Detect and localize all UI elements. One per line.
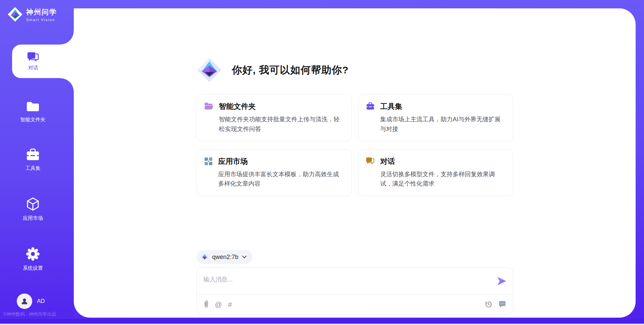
card-desc: 智能文件夹功能支持批量文件上传与清洗，轻松实现文件问答 xyxy=(219,115,344,134)
tab-fillet-top xyxy=(60,31,74,45)
chat-bubble-icon xyxy=(498,301,506,308)
gear-icon xyxy=(26,247,40,261)
user-initials: AD xyxy=(37,298,45,305)
sidebar-item-label: 系统设置 xyxy=(23,265,43,271)
model-name: qwen2:7b xyxy=(212,254,238,261)
person-icon xyxy=(20,297,29,305)
chevron-down-icon xyxy=(242,256,247,258)
model-selector[interactable]: qwen2:7b xyxy=(197,250,253,264)
paperclip-icon xyxy=(204,300,209,308)
copyright-text: ©神州数码 · 神州问学出品 xyxy=(3,311,74,317)
mention-button[interactable]: @ xyxy=(215,301,222,308)
chat-bubbles-icon xyxy=(366,157,375,165)
bottom-accent-bar xyxy=(0,319,644,324)
sidebar-item-label: 智能文件夹 xyxy=(20,117,46,123)
sidebar-item-settings[interactable]: 系统设置 xyxy=(0,247,66,271)
history-clock-icon xyxy=(485,301,492,308)
toolbox-icon xyxy=(26,148,40,161)
brand-logo: 神州问学 Smart Vision xyxy=(7,7,57,22)
feature-cards: 智能文件夹 智能文件夹功能支持批量文件上传与清洗，轻松实现文件问答 工具集 xyxy=(197,94,513,196)
card-app-market[interactable]: 应用市场 应用市场提供丰富长文本模板，助力高效生成多样化文章内容 xyxy=(197,149,352,196)
sidebar-item-smart-folder[interactable]: 智能文件夹 xyxy=(0,101,66,123)
card-desc: 集成市场上主流工具，助力AI与外界无缝扩展与对接 xyxy=(380,115,505,134)
card-title: 对话 xyxy=(380,156,505,167)
sidebar-item-app-market[interactable]: 应用市场 xyxy=(0,197,66,221)
card-title: 应用市场 xyxy=(218,156,344,167)
brand-subtitle: Smart Vision xyxy=(26,18,57,22)
sidebar-item-chat[interactable]: 对话 xyxy=(12,45,74,78)
attach-button[interactable] xyxy=(204,300,209,308)
greeting-title: 你好, 我可以如何帮助你? xyxy=(232,63,349,77)
send-button[interactable] xyxy=(496,276,507,287)
card-desc: 应用市场提供丰富长文本模板，助力高效生成多样化文章内容 xyxy=(218,170,344,189)
card-title: 智能文件夹 xyxy=(219,102,344,112)
apps-grid-icon xyxy=(204,157,213,166)
card-desc: 灵活切换多模型文件，支持多样回复效果调试，满足个性化需求 xyxy=(380,170,505,189)
cube-icon xyxy=(26,197,40,211)
user-account[interactable]: AD xyxy=(17,294,45,309)
sidebar-item-label: 应用市场 xyxy=(23,215,43,221)
window-bottom-edge xyxy=(0,324,644,325)
sidebar-item-toolset[interactable]: 工具集 xyxy=(0,148,66,172)
brand-diamond-icon xyxy=(7,7,23,22)
chat-bubbles-icon xyxy=(27,52,39,62)
model-diamond-icon xyxy=(201,253,209,261)
avatar xyxy=(17,294,32,309)
send-icon xyxy=(496,276,507,286)
message-composer: @ # xyxy=(197,267,513,315)
greeting: 你好, 我可以如何帮助你? xyxy=(197,57,513,83)
assistant-diamond-icon xyxy=(197,57,222,83)
quick-reply-button[interactable] xyxy=(498,301,506,308)
app-page: 神州问学 Smart Vision 对话 智能文件夹 xyxy=(0,0,644,325)
folder-icon xyxy=(26,101,40,113)
card-toolset[interactable]: 工具集 集成市场上主流工具，助力AI与外界无缝扩展与对接 xyxy=(358,94,513,141)
message-input[interactable] xyxy=(204,272,489,286)
hashtag-button[interactable]: # xyxy=(228,301,232,308)
sidebar-item-label: 工具集 xyxy=(25,165,41,172)
brand-name: 神州问学 xyxy=(26,7,57,17)
card-smart-folder[interactable]: 智能文件夹 智能文件夹功能支持批量文件上传与清洗，轻松实现文件问答 xyxy=(197,94,352,141)
folder-open-icon xyxy=(204,102,213,110)
tab-fillet-bottom xyxy=(60,78,74,91)
main-panel: 你好, 我可以如何帮助你? 智能文件夹 智能文件夹功能支持批量文件上传与清洗，轻… xyxy=(74,8,636,318)
sidebar: 神州问学 Smart Vision 对话 智能文件夹 xyxy=(0,0,74,318)
history-button[interactable] xyxy=(485,301,492,308)
composer-toolbar: @ # xyxy=(197,294,513,314)
sidebar-item-label: 对话 xyxy=(28,65,38,71)
card-title: 工具集 xyxy=(380,102,505,112)
toolbox-icon xyxy=(366,102,375,110)
card-chat[interactable]: 对话 灵活切换多模型文件，支持多样回复效果调试，满足个性化需求 xyxy=(358,149,513,196)
